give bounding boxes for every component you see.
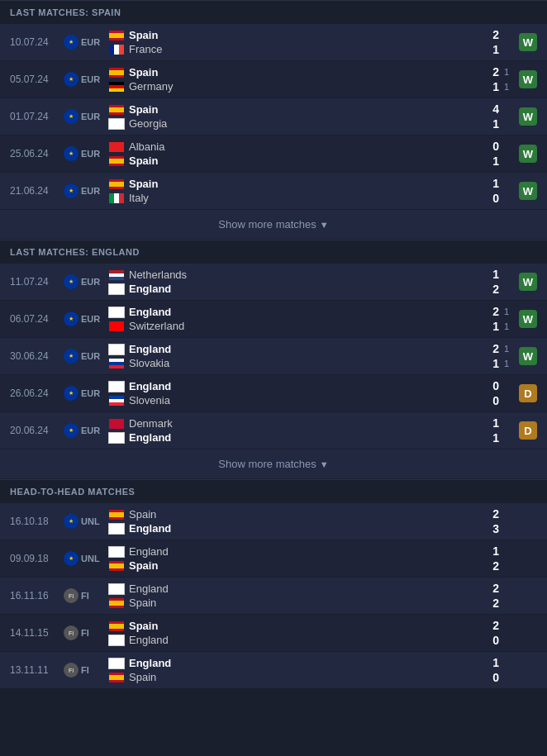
score-row-top: 1 bbox=[488, 268, 512, 281]
match-date: 13.11.11 bbox=[10, 664, 64, 676]
score-row-top: 2 bbox=[488, 28, 512, 41]
team-row-bottom: England bbox=[109, 431, 471, 444]
flag-netherlands bbox=[109, 270, 124, 280]
score-row-bottom: 0 bbox=[488, 192, 512, 205]
competition-label: EUR bbox=[81, 277, 100, 287]
teams-col: England Spain bbox=[109, 582, 471, 609]
score-row-top: 4 bbox=[488, 102, 512, 116]
score-row-top: 2 1 bbox=[488, 342, 512, 355]
team-name: France bbox=[129, 43, 162, 55]
england-section-header: LAST MATCHES: ENGLAND bbox=[0, 240, 547, 264]
team-name: Spain bbox=[129, 155, 158, 167]
team-row-bottom: Spain bbox=[109, 559, 471, 572]
score-row-bottom: 1 bbox=[488, 155, 512, 168]
team-name: Albania bbox=[129, 140, 164, 153]
score-row-bottom: 1 1 bbox=[488, 357, 512, 370]
score-main: 0 bbox=[488, 671, 499, 684]
flag-spain bbox=[109, 156, 124, 166]
result-badge: W bbox=[519, 273, 537, 291]
flag-spain bbox=[109, 561, 124, 571]
h2h-section-header: HEAD-TO-HEAD MATCHES bbox=[0, 479, 547, 503]
scores-col: 1 1 bbox=[471, 416, 512, 445]
team-name: Spain bbox=[129, 66, 158, 78]
flag-france bbox=[109, 45, 124, 55]
score-main: 1 bbox=[488, 320, 499, 333]
score-row-bottom: 1 1 bbox=[488, 80, 512, 93]
teams-col: Denmark England bbox=[109, 417, 471, 444]
score-row-top: 2 1 bbox=[488, 65, 512, 78]
spain-show-more[interactable]: Show more matches ▼ bbox=[0, 210, 547, 240]
match-row: 01.07.24 ★ EUR Spain Georgia 4 bbox=[0, 98, 547, 136]
team-name: Spain bbox=[129, 178, 158, 190]
score-row-top: 2 bbox=[488, 619, 512, 632]
match-date: 16.10.18 bbox=[10, 516, 64, 527]
flag-spain bbox=[109, 68, 124, 78]
score-main: 1 bbox=[488, 544, 499, 558]
teams-col: Spain Germany bbox=[109, 66, 471, 93]
competition-label: EUR bbox=[81, 149, 100, 159]
flag-georgia bbox=[109, 119, 124, 129]
flag-england bbox=[109, 345, 124, 354]
competition-col: ★ EUR bbox=[64, 109, 109, 124]
score-row-bottom: 1 bbox=[488, 43, 512, 56]
team-row-bottom: Switzerland bbox=[109, 320, 471, 332]
competition-label: EUR bbox=[81, 37, 100, 47]
result-badge: W bbox=[519, 33, 537, 51]
team-row-bottom: Germany bbox=[109, 80, 471, 93]
result-badge: W bbox=[519, 347, 537, 365]
result-badge: W bbox=[519, 145, 537, 163]
score-main: 0 bbox=[488, 192, 499, 205]
teams-col: England Spain bbox=[109, 657, 471, 683]
score-main: 1 bbox=[488, 431, 499, 445]
team-name: Italy bbox=[129, 192, 149, 204]
england-show-more[interactable]: Show more matches ▼ bbox=[0, 449, 547, 479]
match-date: 21.06.24 bbox=[10, 185, 64, 197]
team-row-top: England bbox=[109, 343, 471, 355]
score-row-bottom: 0 bbox=[488, 394, 512, 407]
scores-col: 2 1 1 1 bbox=[471, 342, 512, 370]
score-row-bottom: 1 bbox=[488, 117, 512, 131]
flag-spain bbox=[109, 621, 124, 631]
score-main: 1 bbox=[488, 117, 499, 131]
competition-col: FI FI bbox=[64, 625, 109, 640]
team-name: England bbox=[129, 343, 171, 355]
team-row-top: England bbox=[109, 380, 471, 392]
competition-col: ★ EUR bbox=[64, 72, 109, 87]
team-row-bottom: England bbox=[109, 283, 471, 295]
competition-label: FI bbox=[81, 628, 89, 638]
competition-col: ★ EUR bbox=[64, 146, 109, 161]
match-date: 10.07.24 bbox=[10, 36, 64, 48]
competition-label: UNL bbox=[81, 554, 100, 563]
score-extra: 1 bbox=[504, 344, 512, 354]
team-name: Slovenia bbox=[129, 394, 170, 407]
team-name: England bbox=[129, 657, 171, 669]
match-date: 06.07.24 bbox=[10, 313, 64, 325]
team-name: England bbox=[129, 306, 171, 318]
competition-col: FI FI bbox=[64, 663, 109, 678]
flag-germany bbox=[109, 82, 124, 92]
flag-italy bbox=[109, 193, 124, 203]
flag-england bbox=[109, 659, 124, 668]
competition-col: ★ EUR bbox=[64, 274, 109, 289]
teams-col: Spain Italy bbox=[109, 178, 471, 204]
scores-col: 4 1 bbox=[471, 102, 512, 131]
competition-col: ★ EUR bbox=[64, 386, 109, 401]
teams-col: Spain Georgia bbox=[109, 103, 471, 130]
team-name: Spain bbox=[129, 597, 156, 609]
match-row: 20.06.24 ★ EUR Denmark England 1 bbox=[0, 412, 547, 449]
england-show-more-button[interactable]: Show more matches ▼ bbox=[218, 458, 328, 470]
match-row: 21.06.24 ★ EUR Spain Italy 1 bbox=[0, 173, 547, 210]
match-date: 16.11.16 bbox=[10, 590, 64, 601]
competition-col: ★ UNL bbox=[64, 551, 109, 566]
score-main: 2 bbox=[488, 283, 499, 296]
score-main: 1 bbox=[488, 43, 499, 56]
flag-england bbox=[109, 284, 124, 294]
score-main: 0 bbox=[488, 394, 499, 407]
score-main: 1 bbox=[488, 268, 499, 281]
result-badge: W bbox=[519, 310, 537, 328]
scores-col: 1 0 bbox=[471, 656, 512, 684]
team-name: Switzerland bbox=[129, 320, 184, 332]
match-date: 26.06.24 bbox=[10, 388, 64, 399]
team-name: England bbox=[129, 545, 169, 558]
spain-show-more-button[interactable]: Show more matches ▼ bbox=[218, 218, 328, 231]
